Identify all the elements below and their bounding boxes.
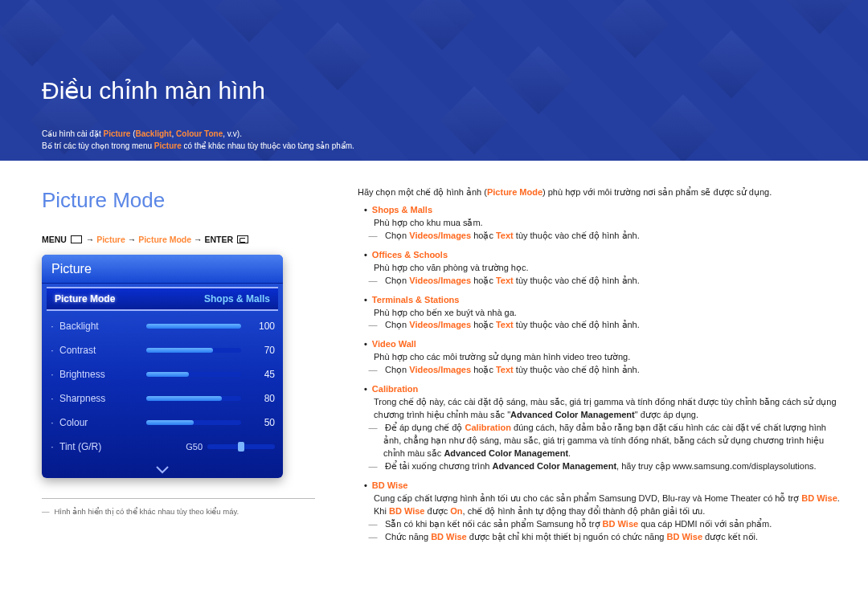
osd-row[interactable]: ·Brightness 45 [50, 362, 275, 386]
osd-row[interactable]: ·Contrast 70 [50, 338, 275, 362]
osd-row[interactable]: ·Backlight 100 [50, 314, 275, 338]
enter-icon [237, 235, 248, 243]
item-offices: Offices & Schools Phù hợp cho văn phòng … [358, 249, 844, 288]
osd-selected-value: Shops & Malls [204, 293, 270, 304]
section-title: Picture Mode [42, 188, 165, 213]
osd-header: Picture [42, 255, 283, 284]
osd-selected-row[interactable]: Picture Mode Shops & Malls [47, 287, 278, 311]
lead-sentence: Hãy chọn một chế độ hình ảnh (Picture Mo… [358, 186, 844, 199]
osd-row[interactable]: ·Sharpness 80 [50, 386, 275, 411]
osd-row-tint[interactable]: ·Tint (G/R) G50 R50 [50, 435, 275, 459]
right-column: Hãy chọn một chế độ hình ảnh (Picture Mo… [358, 186, 844, 543]
item-terminals: Terminals & Stations Phù hợp cho bến xe … [358, 294, 844, 333]
osd-footnote: ―Hình ảnh hiển thị có thể khác nhau tùy … [42, 498, 315, 516]
item-videowall: Video Wall Phù hợp cho các môi trường sử… [358, 338, 844, 377]
bar-fill [146, 324, 241, 329]
chevron-down-icon[interactable] [42, 462, 283, 478]
breadcrumb: MENU → Picture → Picture Mode → ENTER [42, 235, 250, 244]
page: Điều chỉnh màn hình Cấu hình cài đặt Pic… [0, 0, 868, 613]
osd-list: ·Backlight 100 ·Contrast 70 ·Brightness … [42, 313, 283, 462]
page-title: Điều chỉnh màn hình [42, 76, 265, 104]
item-shops: Shops & Malls Phù hợp cho khu mua sắm. ―… [358, 204, 844, 243]
menu-icon [71, 235, 82, 243]
osd-row[interactable]: ·Colour 50 [50, 411, 275, 435]
item-calibration: Calibration Trong chế độ này, các cài đặ… [358, 383, 844, 473]
page-intro: Cấu hình cài đặt Picture (Backlight, Col… [42, 129, 354, 152]
tint-knob[interactable] [238, 442, 244, 452]
item-bdwise: BD Wise Cung cấp chất lượng hình ảnh tối… [358, 480, 844, 544]
osd-selected-label: Picture Mode [55, 293, 115, 304]
osd-picture-menu: Picture Picture Mode Shops & Malls ·Back… [42, 255, 283, 478]
